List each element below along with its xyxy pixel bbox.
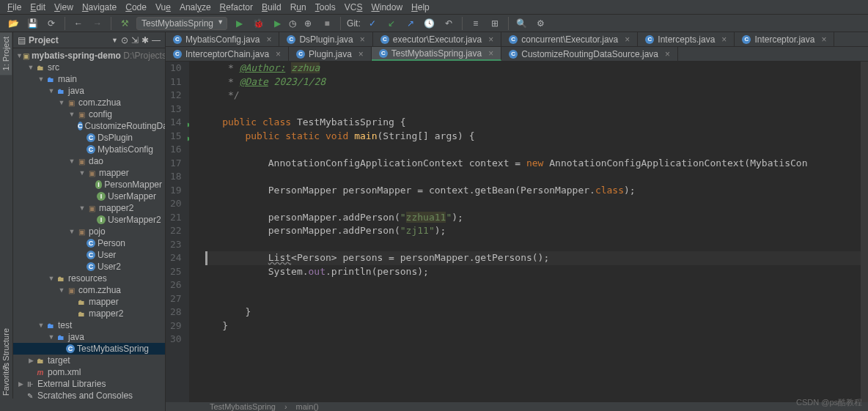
editor-tab[interactable]: C TestMybatisSpring.java × <box>372 47 501 61</box>
line-number[interactable]: 14▶ <box>170 116 182 130</box>
line-number[interactable]: 18 <box>170 170 182 184</box>
code-line[interactable]: } <box>205 306 868 319</box>
back-icon[interactable]: ← <box>71 16 86 31</box>
tree-row[interactable]: ▶ ⊪ External Libraries <box>13 378 165 390</box>
git-rollback-icon[interactable]: ↶ <box>441 16 456 31</box>
reload-icon[interactable]: ⟳ <box>44 16 59 31</box>
git-push-icon[interactable]: ↗ <box>403 16 418 31</box>
tree-row[interactable]: ▼ ▣ dao <box>13 155 165 167</box>
line-number[interactable]: 13 <box>170 103 182 116</box>
tree-row[interactable]: ▼ 🖿 main <box>13 73 165 85</box>
editor-tab[interactable]: C Intercepts.java × <box>638 32 735 46</box>
tree-row[interactable]: ▼ ▣ mapper <box>13 167 165 179</box>
stacktrace-icon[interactable]: ≡ <box>468 16 483 31</box>
tree-row[interactable]: C User <box>13 249 165 261</box>
code-line[interactable]: * @Date 2023/1/28 <box>205 75 868 89</box>
code-line[interactable] <box>205 143 868 157</box>
code-line[interactable]: public class TestMybatisSpring { <box>205 116 868 130</box>
save-icon[interactable]: 💾 <box>25 16 40 31</box>
menu-run[interactable]: Run <box>286 2 311 12</box>
tree-twisty-icon[interactable]: ▼ <box>67 111 76 118</box>
editor-tab[interactable]: C InterceptorChain.java × <box>166 47 289 61</box>
close-icon[interactable]: × <box>625 34 630 45</box>
close-icon[interactable]: × <box>721 34 727 45</box>
search-everywhere-icon[interactable]: 🔍 <box>515 16 529 31</box>
editor-tab[interactable]: C MybatisConfig.java × <box>166 32 279 46</box>
tree-twisty-icon[interactable]: ▼ <box>57 99 66 106</box>
code-line[interactable]: } <box>205 319 868 333</box>
tree-row[interactable]: I UserMapper2 <box>13 214 165 226</box>
menu-edit[interactable]: Edit <box>26 2 50 12</box>
tree-twisty-icon[interactable]: ▼ <box>47 275 56 282</box>
tree-row[interactable]: I UserMapper <box>13 190 165 202</box>
chevron-down-icon[interactable]: ▼ <box>111 37 118 44</box>
line-number[interactable]: 25 <box>170 265 182 279</box>
tree-twisty-icon[interactable]: ▶ <box>16 380 25 388</box>
tree-row[interactable]: ▼ 🖿 java <box>13 331 165 343</box>
close-icon[interactable]: × <box>266 34 271 45</box>
menu-vue[interactable]: Vue <box>151 2 175 12</box>
tree-row[interactable]: ▶ 🖿 target <box>13 355 165 366</box>
tree-row[interactable]: ▼ ▣ config <box>13 108 165 120</box>
close-icon[interactable]: × <box>488 34 493 45</box>
git-history-icon[interactable]: 🕓 <box>422 16 437 31</box>
line-number[interactable]: 10 <box>170 62 182 75</box>
line-number[interactable]: 16 <box>170 143 182 157</box>
code-line[interactable]: PersonMapper personMapper = context.getB… <box>205 184 868 198</box>
menu-build[interactable]: Build <box>257 2 286 12</box>
tree-twisty-icon[interactable]: ▼ <box>37 75 45 83</box>
code-content[interactable]: * @Author: zzhua * @Date 2023/1/28 */ pu… <box>202 62 868 411</box>
tree-twisty-icon[interactable]: ▼ <box>47 333 56 341</box>
line-number[interactable]: 29 <box>170 319 182 333</box>
settings-icon[interactable]: ⚙ <box>534 16 548 31</box>
tree-twisty-icon[interactable]: ▼ <box>78 169 87 177</box>
structure-icon[interactable]: ⊞ <box>488 16 502 31</box>
tree-twisty-icon[interactable]: ▼ <box>37 322 45 329</box>
line-number[interactable]: 11 <box>170 75 182 89</box>
tree-row[interactable]: C User2 <box>13 261 165 273</box>
tree-row[interactable]: ▼ 🖿 test <box>13 319 165 331</box>
editor-tab[interactable]: C Plugin.java × <box>289 47 372 61</box>
tree-row[interactable]: ▼ ▣ pojo <box>13 226 165 237</box>
line-number[interactable]: 22 <box>170 224 182 238</box>
tree-row[interactable]: m pom.xml <box>13 366 165 378</box>
breadcrumb-item[interactable]: main() <box>296 402 319 411</box>
attach-icon[interactable]: ⊕ <box>301 16 315 31</box>
menu-file[interactable]: File <box>3 2 26 12</box>
editor-tab[interactable]: C DsPlugin.java × <box>279 32 372 46</box>
tree-twisty-icon[interactable]: ▶ <box>26 357 35 364</box>
tree-twisty-icon[interactable]: ▼ <box>78 204 87 212</box>
tree-row[interactable]: ▼ ▣ mybatis-spring-demo D:\Projects\myba… <box>13 50 165 62</box>
debug-icon[interactable]: 🐞 <box>251 16 265 31</box>
code-line[interactable] <box>205 103 868 116</box>
tree-row[interactable]: 🖿 mapper2 <box>13 308 165 319</box>
tree-row[interactable]: I PersonMapper <box>13 179 165 190</box>
editor-tab[interactable]: C Interceptor.java × <box>735 32 834 46</box>
profile-icon[interactable]: ◷ <box>289 18 296 29</box>
code-line[interactable]: personMapper.addPerson("zzhua11"); <box>205 211 868 225</box>
menu-view[interactable]: View <box>50 2 78 12</box>
line-number[interactable]: 30 <box>170 333 182 347</box>
line-number[interactable]: 28 <box>170 306 182 319</box>
tree-row[interactable]: C DsPlugin <box>13 132 165 144</box>
run-config-select[interactable]: TestMybatisSpring ▼ <box>136 17 227 30</box>
tree-twisty-icon[interactable]: ▼ <box>16 52 23 59</box>
tree-twisty-icon[interactable]: ▼ <box>47 87 56 95</box>
tree-row[interactable]: C MybatisConfig <box>13 144 165 155</box>
tree-row[interactable]: ▼ 🖿 resources <box>13 273 165 284</box>
menu-tools[interactable]: Tools <box>311 2 340 12</box>
tree-row[interactable]: ▼ 🖿 java <box>13 85 165 97</box>
collapse-icon[interactable]: ⇲ <box>131 35 139 45</box>
line-number[interactable]: 20 <box>170 197 182 211</box>
line-number[interactable]: 17 <box>170 157 182 171</box>
tree-twisty-icon[interactable]: ▼ <box>67 158 76 165</box>
line-number[interactable]: 26 <box>170 278 182 292</box>
code-line[interactable]: */ <box>205 89 868 103</box>
project-toolwindow-tab[interactable]: 1: Project <box>0 32 12 75</box>
run-icon[interactable]: ▶ <box>232 16 246 31</box>
code-line[interactable]: List<Person> persons = personMapper.getP… <box>205 251 868 265</box>
tree-row[interactable]: ✎ Scratches and Consoles <box>13 390 165 401</box>
line-number[interactable]: 19 <box>170 184 182 198</box>
git-update-icon[interactable]: ✓ <box>365 16 380 31</box>
tree-row[interactable]: ▼ 🖿 src <box>13 62 165 73</box>
